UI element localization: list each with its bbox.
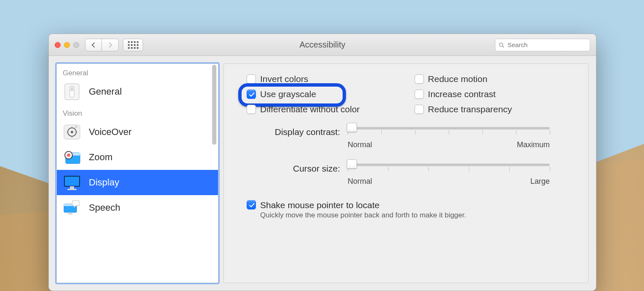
shake-title: Shake mouse pointer to locate	[260, 200, 466, 210]
cursor-size-slider[interactable]	[348, 164, 550, 166]
search-field[interactable]	[495, 39, 590, 51]
slider-thumb[interactable]	[347, 123, 357, 132]
checkbox-row-differentiate-without-color[interactable]: Differentiate without color	[247, 104, 360, 114]
checkbox-row-increase-contrast[interactable]: Increase contrast	[415, 89, 512, 99]
svg-text:))): )))	[75, 125, 77, 128]
sidebar-header-vision: Vision	[57, 104, 218, 119]
shake-subtitle: Quickly move the mouse pointer back and …	[260, 211, 466, 220]
sidebar-item-label: Zoom	[89, 152, 112, 163]
scrollbar-thumb[interactable]	[212, 65, 216, 145]
chevron-left-icon	[91, 42, 96, 48]
sidebar-item-label: Speech	[89, 202, 120, 213]
close-icon[interactable]	[55, 42, 61, 48]
titlebar: Accessibility	[49, 34, 596, 56]
voiceover-icon: )))	[62, 122, 82, 142]
checkbox-increase-contrast[interactable]	[415, 90, 424, 99]
checkbox-reduce-transparency[interactable]	[415, 105, 424, 114]
speech-icon	[62, 198, 82, 218]
checkbox-row-reduce-motion[interactable]: Reduce motion	[415, 74, 512, 84]
svg-rect-15	[67, 189, 77, 190]
general-icon	[62, 82, 82, 102]
checkbox-row-use-grayscale[interactable]: Use grayscale	[247, 89, 360, 99]
checkbox-shake-to-locate[interactable]	[247, 200, 256, 209]
grid-icon	[128, 41, 138, 49]
sidebar-scrollbar[interactable]	[211, 65, 217, 282]
sidebar-item-general[interactable]: General	[57, 79, 218, 104]
svg-rect-18	[68, 212, 72, 214]
display-contrast-slider[interactable]	[348, 127, 550, 130]
checkbox-label: Increase contrast	[428, 89, 496, 99]
svg-line-1	[503, 46, 504, 47]
checkbox-row-invert-colors[interactable]: Invert colors	[247, 74, 360, 84]
display-contrast-label: Display contrast:	[239, 127, 340, 137]
search-input[interactable]	[507, 41, 586, 49]
sidebar-item-display[interactable]: Display	[57, 170, 218, 195]
window-controls	[55, 42, 79, 48]
svg-rect-14	[70, 186, 74, 189]
checkbox-invert-colors[interactable]	[247, 74, 256, 84]
highlight-ring	[238, 83, 346, 107]
svg-point-7	[71, 131, 73, 133]
slider-min-label: Normal	[348, 140, 372, 149]
svg-point-0	[500, 43, 503, 46]
nav-buttons	[85, 39, 119, 51]
checkbox-differentiate-without-color[interactable]	[247, 105, 256, 114]
checkbox-label: Invert colors	[260, 74, 308, 84]
slider-ticks	[348, 167, 550, 171]
sidebar-item-zoom[interactable]: Zoom	[57, 145, 218, 170]
checkbox-label: Differentiate without color	[260, 104, 360, 114]
forward-button	[102, 39, 119, 51]
category-sidebar: General General Vision ))) VoiceOver Zoo…	[56, 63, 218, 283]
checkbox-row-reduce-transparency[interactable]: Reduce transparency	[415, 104, 512, 114]
show-all-button[interactable]	[123, 39, 143, 51]
display-icon	[62, 172, 82, 193]
svg-rect-13	[64, 176, 80, 186]
slider-ticks	[348, 130, 550, 135]
back-button[interactable]	[85, 39, 102, 51]
accessibility-window: Accessibility General General Vision )))…	[48, 34, 596, 291]
svg-rect-4	[71, 87, 73, 91]
zoom-icon	[62, 147, 82, 167]
sidebar-item-label: Display	[89, 177, 119, 188]
slider-max-label: Maximum	[517, 140, 550, 149]
sidebar-item-label: General	[89, 86, 122, 97]
slider-max-label: Large	[530, 177, 550, 186]
sidebar-item-voiceover[interactable]: ))) VoiceOver	[57, 119, 218, 145]
zoom-icon	[73, 42, 79, 48]
sidebar-item-speech[interactable]: Speech	[57, 195, 218, 220]
checkbox-label: Reduce transparency	[428, 104, 512, 114]
search-icon	[499, 42, 504, 48]
svg-point-12	[67, 153, 70, 157]
slider-min-label: Normal	[348, 177, 372, 186]
slider-thumb[interactable]	[347, 159, 357, 169]
display-panel: Invert colors Use grayscale Differentiat…	[224, 63, 588, 283]
minimize-icon[interactable]	[64, 42, 70, 48]
checkbox-reduce-motion[interactable]	[415, 74, 424, 84]
sidebar-header-general: General	[57, 64, 218, 79]
checkbox-label: Reduce motion	[428, 74, 487, 84]
sidebar-item-label: VoiceOver	[89, 127, 132, 138]
cursor-size-label: Cursor size:	[239, 164, 340, 174]
chevron-right-icon	[108, 42, 113, 48]
